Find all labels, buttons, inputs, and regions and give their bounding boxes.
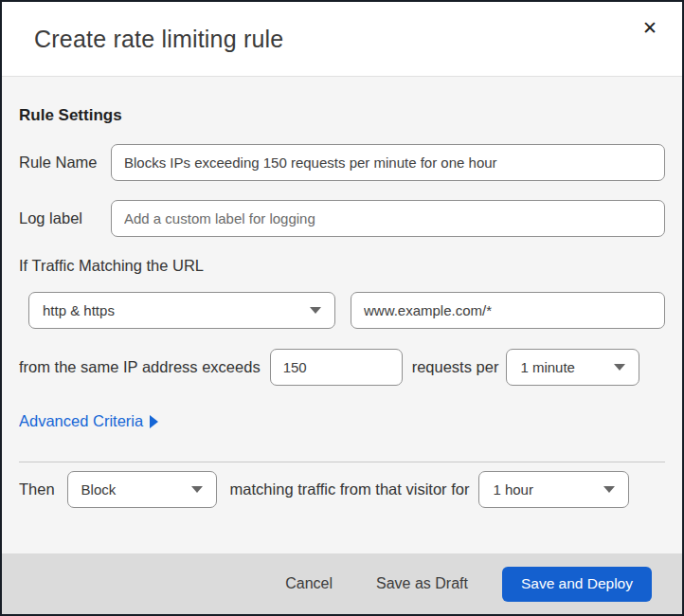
url-match-row: http & https [19, 292, 665, 329]
rule-name-input[interactable] [111, 144, 665, 181]
chevron-down-icon [603, 486, 615, 493]
advanced-criteria-link[interactable]: Advanced Criteria [19, 412, 158, 430]
action-middle-text: matching traffic from that visitor for [230, 480, 470, 498]
duration-select[interactable]: 1 hour [478, 471, 629, 508]
save-as-draft-button[interactable]: Save as Draft [367, 568, 477, 600]
scheme-select[interactable]: http & https [28, 292, 335, 329]
threshold-prefix-text: from the same IP address exceeds [19, 358, 261, 376]
period-select[interactable]: 1 minute [506, 349, 639, 386]
action-row: Then Block matching traffic from that vi… [19, 471, 665, 508]
url-pattern-input[interactable] [351, 292, 665, 329]
request-count-input[interactable] [270, 349, 403, 386]
close-button[interactable]: ✕ [639, 15, 661, 41]
traffic-match-intro: If Traffic Matching the URL [19, 257, 665, 275]
rule-settings-heading: Rule Settings [19, 106, 665, 125]
close-icon: ✕ [642, 17, 657, 38]
expand-right-icon [150, 415, 158, 428]
action-select[interactable]: Block [67, 471, 217, 508]
log-label-input[interactable] [111, 200, 665, 237]
section-divider [19, 462, 665, 462]
threshold-row: from the same IP address exceeds request… [19, 349, 665, 386]
chevron-down-icon [614, 364, 625, 371]
action-select-value: Block [81, 481, 117, 498]
log-label-row: Log label [19, 200, 665, 237]
dialog-header: Create rate limiting rule ✕ [2, 2, 682, 77]
chevron-down-icon [191, 486, 203, 493]
then-text: Then [19, 480, 55, 498]
rule-name-row: Rule Name [19, 144, 665, 181]
cancel-button[interactable]: Cancel [276, 568, 342, 600]
create-rate-limiting-rule-dialog: Create rate limiting rule ✕ Rule Setting… [0, 0, 684, 616]
period-select-value: 1 minute [520, 359, 575, 375]
scheme-select-value: http & https [43, 302, 115, 318]
log-label-label: Log label [19, 209, 111, 227]
dialog-body: Rule Settings Rule Name Log label If Tra… [2, 77, 682, 553]
rule-name-label: Rule Name [19, 154, 111, 172]
chevron-down-icon [310, 307, 321, 314]
duration-select-value: 1 hour [493, 481, 533, 498]
dialog-footer: Cancel Save as Draft Save and Deploy [2, 553, 682, 614]
threshold-suffix-text: requests per [412, 358, 499, 376]
dialog-title: Create rate limiting rule [34, 26, 283, 53]
save-and-deploy-button[interactable]: Save and Deploy [502, 567, 652, 602]
advanced-criteria-label: Advanced Criteria [19, 412, 143, 430]
